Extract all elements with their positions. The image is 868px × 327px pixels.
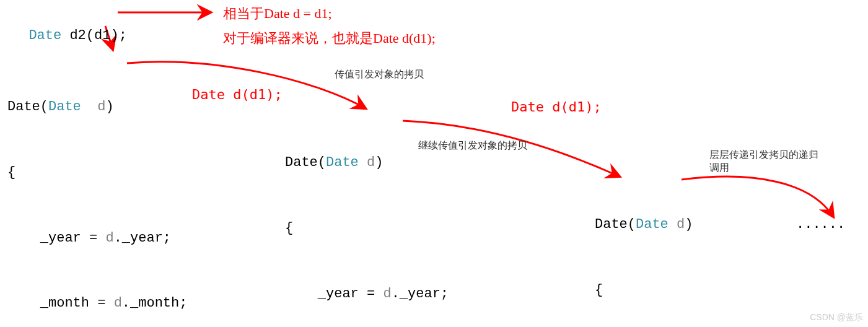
call-mid: Date d(d1); xyxy=(192,87,283,102)
brace-open: { xyxy=(595,279,774,301)
brace-open: { xyxy=(7,162,187,183)
call-rest: d2(d1); xyxy=(61,28,127,43)
type-keyword: Date xyxy=(28,28,61,43)
ctor-line-month: _month = d._month; xyxy=(7,292,187,314)
ctor-block-2: Date(Date d) { _year = d._year; _month =… xyxy=(285,108,465,327)
ellipsis: ...... xyxy=(796,214,845,235)
annot-line2: 对于编译器来说，也就是Date d(d1); xyxy=(223,29,436,48)
ctor-sig: Date(Date d) xyxy=(285,152,465,173)
annot-line1: 相当于Date d = d1; xyxy=(223,4,332,23)
ctor-line-year: _year = d._year; xyxy=(7,227,187,249)
call-right: Date d(d1); xyxy=(511,99,602,115)
ctor-line-year: _year = d._year; xyxy=(285,283,465,305)
copy-note-1: 传值引发对象的拷贝 xyxy=(335,68,424,81)
watermark: CSDN @蓝乐 xyxy=(810,312,863,323)
ctor-block-1: Date(Date d) { _year = d._year; _month =… xyxy=(7,53,187,327)
ctor-block-3: Date(Date d) { _year = d._year; _month =… xyxy=(595,170,774,327)
brace-open: { xyxy=(285,217,465,239)
ctor-sig: Date(Date d) xyxy=(595,214,774,235)
ctor-sig: Date(Date d) xyxy=(7,96,187,118)
top-call: Date d2(d1); xyxy=(12,3,127,46)
